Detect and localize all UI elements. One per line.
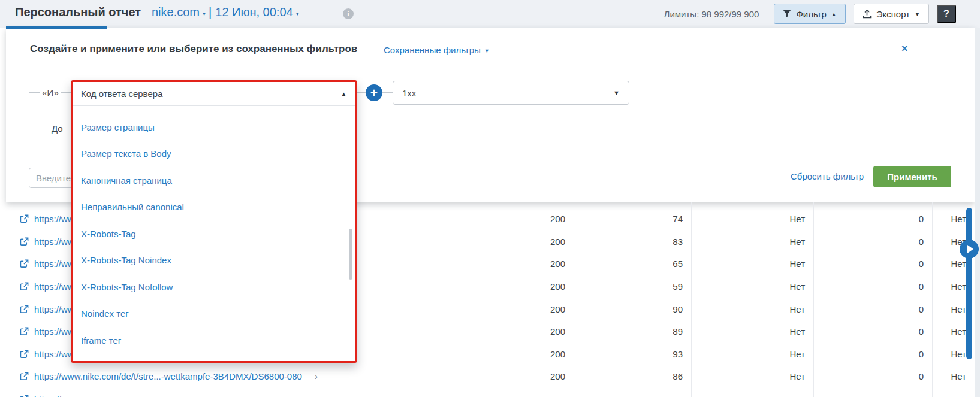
row-url-link[interactable]: https://ww <box>34 281 74 292</box>
filter-button[interactable]: Фильтр ▲ <box>774 4 845 24</box>
row-cell: Нет <box>932 371 975 381</box>
close-icon[interactable]: × <box>901 43 908 55</box>
add-filter-plus-button[interactable]: + <box>366 84 382 101</box>
filter-panel-heading: Создайте и примените или выберите из сох… <box>30 43 357 55</box>
info-icon[interactable]: i <box>343 8 354 19</box>
row-cell: 200 <box>454 259 574 269</box>
chevron-down-icon: ▼ <box>484 48 490 54</box>
external-link-icon[interactable] <box>20 372 29 381</box>
add-condition-link[interactable]: До <box>52 123 63 134</box>
row-url-link[interactable]: https://www. <box>34 394 83 397</box>
row-cell: 65 <box>574 259 691 269</box>
row-cell: 0 <box>813 349 932 359</box>
filter-field-selected: Код ответа сервера <box>81 89 162 99</box>
external-link-icon[interactable] <box>20 305 29 314</box>
dropdown-option[interactable]: Iframe тег <box>73 327 355 354</box>
upload-icon <box>863 10 872 19</box>
dropdown-option[interactable]: Размер страницы <box>73 114 355 141</box>
row-cell: 200 <box>454 214 574 224</box>
dropdown-option[interactable]: X-Robots-Tag Noindex <box>73 247 355 274</box>
filter-button-label: Фильтр <box>796 9 826 19</box>
external-link-icon[interactable] <box>20 259 29 268</box>
dropdown-scrollbar[interactable] <box>349 229 352 280</box>
external-link-icon[interactable] <box>20 237 29 246</box>
filter-field-select[interactable]: Код ответа сервера ▲ <box>73 82 355 106</box>
row-url-link[interactable]: https://www.nike.com/de/t/stre...-wettka… <box>34 371 302 381</box>
help-button[interactable]: ? <box>937 5 956 23</box>
row-cell: 0 <box>813 214 932 224</box>
row-cell: Нет <box>691 371 813 381</box>
saved-filters-link[interactable]: Сохраненные фильтры ▼ <box>384 45 490 55</box>
row-cell: Нет <box>691 349 813 359</box>
row-url-link[interactable]: https://ww <box>34 304 74 314</box>
connector-line <box>29 129 50 129</box>
external-link-icon[interactable] <box>20 350 29 359</box>
report-context: nike.com ▾ | 12 Июн, 00:04 ▾ <box>152 5 301 19</box>
right-gutter <box>975 28 980 397</box>
external-link-icon[interactable] <box>20 214 29 223</box>
filter-field-dropdown: Код ответа сервера ▲ Размер страницы Раз… <box>71 80 357 363</box>
external-link-icon[interactable] <box>20 327 29 336</box>
external-link-icon[interactable] <box>20 282 29 291</box>
row-url-link[interactable]: https://ww <box>34 349 74 359</box>
row-url-link[interactable]: https://ww <box>34 214 74 224</box>
row-cell: 0 <box>813 237 932 247</box>
row-url-link[interactable]: https://ww <box>34 237 74 247</box>
table-row: https://www. <box>0 388 975 397</box>
table-row: https://www.nike.com/de/t/stre...-wettka… <box>0 365 975 388</box>
domain-selector[interactable]: nike.com <box>152 5 200 19</box>
row-url-link[interactable]: https://ww <box>34 259 74 269</box>
row-cell: Нет <box>691 214 813 224</box>
external-link-icon[interactable] <box>20 395 29 397</box>
page-title: Персональный отчет <box>15 5 141 19</box>
apply-filter-button[interactable]: Применить <box>873 166 951 187</box>
row-cell: 89 <box>574 326 691 337</box>
row-cell: 200 <box>454 349 574 359</box>
play-icon <box>967 245 973 253</box>
row-cell: 0 <box>813 281 932 292</box>
row-cell: 83 <box>574 237 691 247</box>
row-cell: 200 <box>454 371 574 381</box>
scroll-right-button[interactable] <box>960 240 979 259</box>
connector-line <box>29 92 40 93</box>
dropdown-option[interactable]: Каноничная страница <box>73 167 355 194</box>
export-button[interactable]: Экспорт ▼ <box>854 4 929 24</box>
funnel-icon <box>783 10 791 18</box>
row-cell: Нет <box>691 304 813 314</box>
chevron-down-icon[interactable]: ▾ <box>203 10 206 17</box>
dropdown-option[interactable]: X-Robots-Tag <box>73 220 355 247</box>
row-cell: 90 <box>574 304 691 314</box>
export-button-label: Экспорт <box>876 9 910 19</box>
row-cell: 200 <box>454 237 574 247</box>
row-cell: 74 <box>574 214 691 224</box>
date-selector[interactable]: 12 Июн, 00:04 <box>215 5 293 19</box>
connector-line <box>61 92 71 93</box>
and-operator-label: «И» <box>40 87 61 98</box>
dropdown-options-list: Размер страницы Размер текста в Body Кан… <box>73 106 355 354</box>
reset-filter-link[interactable]: Сбросить фильтр <box>791 171 864 181</box>
row-cell: 93 <box>574 349 691 359</box>
row-url-link[interactable]: https://ww <box>34 326 74 337</box>
chevron-down-icon[interactable]: ▾ <box>296 10 299 17</box>
row-cell: 0 <box>813 259 932 269</box>
dropdown-option[interactable]: Noindex тег <box>73 301 355 328</box>
row-cell: 200 <box>454 304 574 314</box>
row-cell: 59 <box>574 281 691 292</box>
filter-value-selected: 1xx <box>402 88 416 98</box>
row-cell: Нет <box>691 259 813 269</box>
horizontal-scroll-track[interactable] <box>966 208 972 359</box>
row-cell: 200 <box>454 326 574 337</box>
top-bar: Персональный отчет nike.com ▾ | 12 Июн, … <box>0 0 980 28</box>
row-chevron-icon[interactable]: › <box>315 371 318 382</box>
row-cell: 86 <box>574 371 691 381</box>
connector-line <box>29 92 29 129</box>
saved-filters-label: Сохраненные фильтры <box>384 45 481 55</box>
chevron-down-icon: ▼ <box>613 89 620 96</box>
chevron-up-icon: ▲ <box>831 11 837 17</box>
filter-value-select[interactable]: 1xx ▼ <box>393 81 629 105</box>
dropdown-option[interactable]: Размер текста в Body <box>73 141 355 168</box>
dropdown-option[interactable]: Неправильный canonical <box>73 194 355 221</box>
row-cell: 200 <box>454 281 574 292</box>
dropdown-option[interactable]: X-Robots-Tag Nofollow <box>73 274 355 301</box>
row-cell: Нет <box>691 237 813 247</box>
